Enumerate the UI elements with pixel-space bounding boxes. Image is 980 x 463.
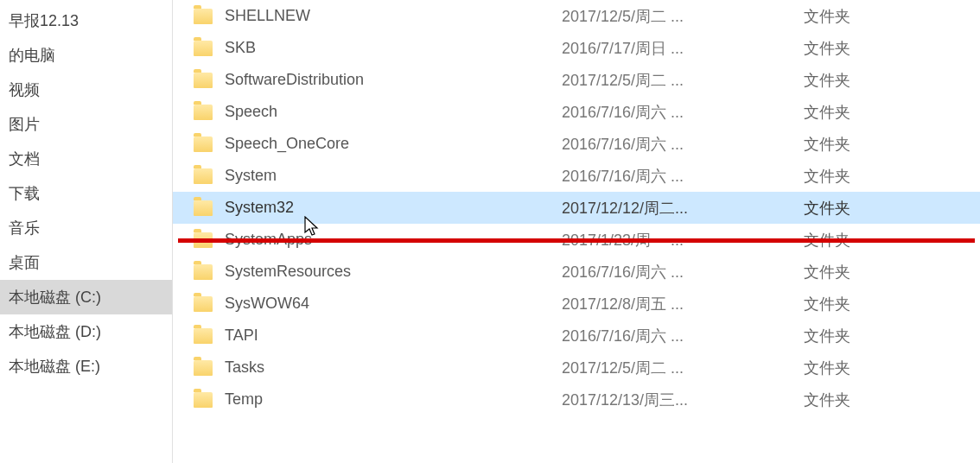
file-row[interactable]: SoftwareDistribution 2017/12/5/周二 ... 文件… [173,64,980,96]
file-list-pane: SHELLNEW 2017/12/5/周二 ... 文件夹 SKB 2016/7… [173,0,980,463]
sidebar-item[interactable]: 文档 [0,142,172,176]
folder-icon [194,264,213,280]
file-name: SKB [225,39,562,57]
folder-icon [194,73,213,88]
sidebar-item-drive-c[interactable]: 本地磁盘 (C:) [0,280,172,314]
file-type: 文件夹 [804,102,907,123]
folder-icon [194,136,213,152]
file-row[interactable]: Speech_OneCore 2016/7/16/周六 ... 文件夹 [173,128,980,160]
file-name: SysWOW64 [225,295,562,313]
file-type: 文件夹 [804,358,907,378]
folder-icon [194,168,213,184]
file-name: Tasks [225,358,562,377]
sidebar-item[interactable]: 图片 [0,107,172,142]
file-row[interactable]: System 2016/7/16/周六 ... 文件夹 [173,160,980,192]
file-name: TAPI [225,327,562,345]
file-date: 2017/1/23/周一 ... [562,230,804,251]
file-type: 文件夹 [804,326,907,346]
file-row[interactable]: SHELLNEW 2017/12/5/周二 ... 文件夹 [173,0,980,32]
file-date: 2016/7/16/周六 ... [562,326,804,346]
folder-icon [194,41,213,56]
folder-icon [194,296,213,312]
file-row[interactable]: Speech 2016/7/16/周六 ... 文件夹 [173,96,980,128]
file-name: Speech_OneCore [225,135,562,153]
file-row[interactable]: SysWOW64 2017/12/8/周五 ... 文件夹 [173,288,980,320]
folder-icon [194,328,213,344]
file-name: SHELLNEW [225,7,562,25]
file-row[interactable]: Tasks 2017/12/5/周二 ... 文件夹 [173,352,980,384]
file-name: Speech [225,103,562,121]
sidebar-item[interactable]: 的电脑 [0,38,172,73]
sidebar-item[interactable]: 桌面 [0,245,172,280]
file-name: SoftwareDistribution [225,71,562,89]
file-date: 2017/12/8/周五 ... [562,294,804,314]
sidebar-item[interactable]: 下载 [0,176,172,211]
file-row-system32[interactable]: System32 2017/12/12/周二... 文件夹 [173,192,980,224]
sidebar-item[interactable]: 视频 [0,73,172,107]
file-date: 2017/12/5/周二 ... [562,6,804,27]
file-date: 2017/12/5/周二 ... [562,358,804,378]
file-date: 2017/12/13/周三... [562,390,804,410]
file-row[interactable]: Temp 2017/12/13/周三... 文件夹 [173,384,980,415]
folder-icon [194,360,213,376]
file-type: 文件夹 [804,230,907,251]
file-name: Temp [225,390,562,409]
file-type: 文件夹 [804,134,907,155]
file-list: SHELLNEW 2017/12/5/周二 ... 文件夹 SKB 2016/7… [173,0,980,415]
file-row[interactable]: TAPI 2016/7/16/周六 ... 文件夹 [173,320,980,352]
navigation-sidebar: 早报12.13 的电脑 视频 图片 文档 下载 音乐 桌面 本地磁盘 (C:) … [0,0,173,463]
file-name: System [225,167,562,185]
file-row[interactable]: SystemResources 2016/7/16/周六 ... 文件夹 [173,256,980,288]
folder-icon [194,200,213,216]
file-name: SystemApps [225,231,562,249]
file-type: 文件夹 [804,198,907,219]
file-type: 文件夹 [804,38,907,59]
file-row[interactable]: SystemApps 2017/1/23/周一 ... 文件夹 [173,224,980,256]
folder-icon [194,105,213,120]
file-type: 文件夹 [804,70,907,91]
file-date: 2016/7/16/周六 ... [562,102,804,123]
sidebar-item-drive-e[interactable]: 本地磁盘 (E:) [0,349,172,384]
sidebar-item-drive-d[interactable]: 本地磁盘 (D:) [0,314,172,349]
file-date: 2016/7/16/周六 ... [562,166,804,187]
folder-icon [194,392,213,408]
folder-icon [194,232,213,248]
sidebar-item[interactable]: 音乐 [0,211,172,245]
folder-icon [194,9,213,24]
sidebar-item[interactable]: 早报12.13 [0,3,172,38]
file-date: 2016/7/17/周日 ... [562,38,804,59]
file-date: 2017/12/12/周二... [562,198,804,219]
file-date: 2016/7/16/周六 ... [562,134,804,155]
file-name: SystemResources [225,263,562,281]
file-date: 2016/7/16/周六 ... [562,262,804,282]
file-type: 文件夹 [804,6,907,27]
file-date: 2017/12/5/周二 ... [562,70,804,91]
file-type: 文件夹 [804,390,907,410]
file-type: 文件夹 [804,294,907,314]
file-type: 文件夹 [804,166,907,187]
file-type: 文件夹 [804,262,907,282]
file-row[interactable]: SKB 2016/7/17/周日 ... 文件夹 [173,32,980,64]
file-name: System32 [225,199,562,217]
